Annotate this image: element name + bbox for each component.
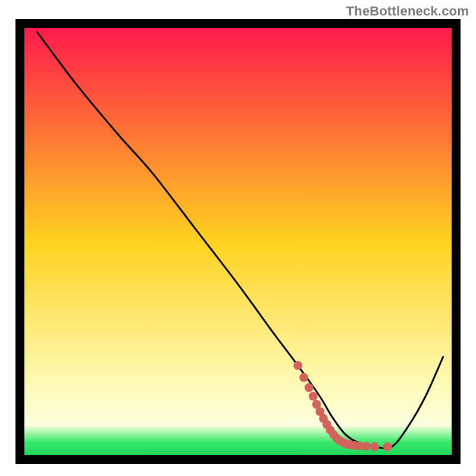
highlight-dot [293, 361, 302, 370]
chart-gradient-rect [24, 28, 452, 455]
highlight-dot [362, 441, 371, 450]
chart-svg [15, 19, 461, 464]
highlight-dot [383, 442, 392, 451]
highlight-dot [305, 383, 314, 392]
highlight-dot [309, 392, 318, 400]
highlight-dot [299, 373, 308, 382]
highlight-dot [370, 442, 379, 451]
chart-frame [15, 19, 461, 464]
watermark-label: TheBottleneck.com [346, 4, 469, 19]
chart-stage: TheBottleneck.com [0, 0, 476, 476]
